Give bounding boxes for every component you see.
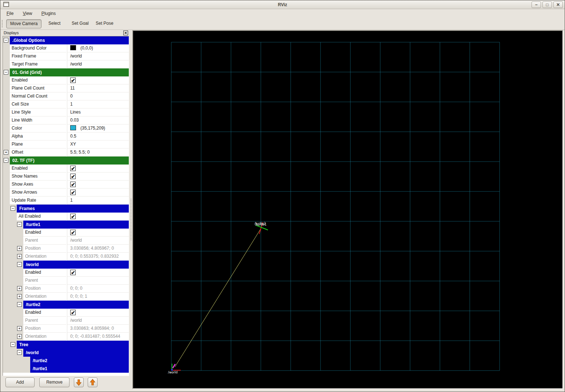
property-value[interactable] (67, 213, 129, 221)
checkbox-checked-icon[interactable] (70, 214, 76, 219)
tree-indent (3, 173, 10, 181)
checkbox-checked-icon[interactable] (70, 310, 76, 315)
tree-row-normal-cell-count: Normal Cell Count0 (3, 92, 129, 100)
collapse-icon[interactable]: − (17, 262, 22, 267)
property-value[interactable]: 0 (67, 92, 129, 100)
tree-header-bar[interactable]: 02. TF (TF) (10, 157, 129, 165)
property-value[interactable] (67, 269, 129, 277)
checkbox-checked-icon[interactable] (70, 182, 76, 187)
property-value[interactable]: /world (67, 60, 129, 68)
collapse-icon[interactable]: − (11, 342, 15, 347)
tree-header-bar[interactable]: /world (23, 261, 129, 269)
tree-row-line-style: Line StyleLines (3, 108, 129, 116)
menu-plugins[interactable]: Plugins (40, 9, 57, 17)
property-value[interactable]: /world (67, 52, 129, 60)
render-viewport[interactable]: /world /turtle2 /turtle1 (132, 30, 563, 389)
collapse-icon[interactable]: − (4, 38, 8, 43)
property-value[interactable]: 5.5; 5.5; 0 (67, 149, 129, 157)
expand-icon[interactable]: + (17, 334, 22, 339)
tree-row-update-rate: Update Rate1 (3, 197, 129, 205)
tree-indent (3, 124, 10, 132)
tree-header-bar[interactable]: /turtle2 (23, 301, 129, 309)
expand-icon[interactable]: + (17, 286, 22, 291)
add-button[interactable]: Add (5, 377, 35, 387)
tree-indent (3, 84, 10, 92)
tree-row-offset: +Offset5.5; 5.5; 0 (3, 149, 129, 157)
tool-set-goal[interactable]: Set Goal (68, 19, 92, 28)
grid (171, 42, 500, 371)
property-value[interactable]: 0.5 (67, 132, 129, 140)
collapse-icon[interactable]: − (17, 350, 22, 355)
tree-header-bar[interactable]: Frames (17, 205, 129, 213)
property-label: Orientation (23, 293, 66, 301)
property-label: Enabled (10, 165, 66, 173)
property-value[interactable] (67, 309, 129, 317)
property-value[interactable]: XY (67, 140, 129, 149)
expand-icon[interactable]: + (17, 254, 22, 259)
tree-header-turtle1: /turtle1 (3, 365, 129, 373)
tree-row-plane: PlaneXY (3, 140, 129, 149)
checkbox-checked-icon[interactable] (70, 230, 76, 235)
tree-header-bar[interactable]: /world (23, 349, 129, 357)
tree-header-bar[interactable]: /turtle2 (30, 357, 129, 365)
property-value[interactable]: 0.03 (67, 116, 129, 124)
checkbox-checked-icon[interactable] (70, 78, 76, 83)
panel-close-icon[interactable]: ✕ (123, 31, 128, 35)
collapse-icon[interactable]: − (4, 70, 8, 75)
property-value[interactable] (67, 173, 129, 181)
title-bar[interactable]: RViz − □ ✕ (0, 0, 565, 9)
tool-set-pose[interactable]: Set Pose (92, 19, 117, 28)
property-value: 3.030863; 4.805984; 0 (67, 325, 129, 333)
move-up-button[interactable] (88, 377, 98, 387)
color-swatch[interactable] (70, 125, 76, 130)
expand-icon[interactable]: + (4, 150, 8, 155)
tool-select[interactable]: Select (45, 19, 64, 28)
property-value[interactable] (67, 181, 129, 189)
collapse-icon[interactable]: − (11, 206, 15, 211)
tool-move-camera[interactable]: Move Camera (6, 19, 41, 28)
tree-header-bar[interactable]: /turtle1 (23, 221, 129, 229)
color-swatch[interactable] (70, 45, 76, 50)
tree-row-parent: Parent/world (3, 317, 129, 325)
property-value[interactable] (67, 165, 129, 173)
tree-header-bar[interactable]: .Global Options (10, 36, 129, 44)
property-value[interactable]: (35,175,209) (67, 124, 129, 132)
property-value[interactable]: (0,0,0) (67, 44, 129, 52)
displays-panel-title: Displays (4, 31, 19, 35)
property-value[interactable]: 11 (67, 84, 129, 92)
property-value[interactable] (67, 229, 129, 237)
tree-header-tree: −Tree (3, 341, 129, 349)
tree-header-bar[interactable]: 01. Grid (Grid) (10, 68, 129, 76)
menu-view[interactable]: View (21, 9, 34, 17)
collapse-icon[interactable]: − (17, 222, 22, 227)
property-label: All Enabled (17, 213, 66, 221)
move-down-button[interactable] (74, 377, 84, 387)
property-value[interactable] (67, 76, 129, 84)
checkbox-checked-icon[interactable] (70, 166, 76, 171)
tree-header-bar[interactable]: /turtle1 (30, 365, 129, 373)
checkbox-checked-icon[interactable] (70, 270, 76, 275)
property-value[interactable]: Lines (67, 108, 129, 116)
property-label: Line Style (10, 108, 66, 116)
property-label: Orientation (23, 333, 66, 341)
tree-header-bar[interactable]: Tree (17, 341, 129, 349)
checkbox-checked-icon[interactable] (70, 174, 76, 179)
tree-row-enabled: Enabled (3, 269, 129, 277)
collapse-icon[interactable]: − (17, 302, 22, 307)
close-button[interactable]: ✕ (553, 1, 563, 8)
maximize-button[interactable]: □ (542, 1, 552, 8)
menu-file[interactable]: File (5, 9, 15, 17)
collapse-icon[interactable]: − (4, 158, 8, 163)
expand-icon[interactable]: + (17, 294, 22, 299)
toolbar-drag-handle-icon[interactable] (2, 20, 3, 28)
remove-button[interactable]: Remove (39, 377, 69, 387)
property-value[interactable]: 1 (67, 197, 129, 205)
expand-icon[interactable]: + (17, 326, 22, 331)
tree-row-enabled: Enabled (3, 229, 129, 237)
property-value[interactable] (67, 189, 129, 197)
checkbox-checked-icon[interactable] (70, 190, 76, 195)
property-value[interactable]: 1 (67, 100, 129, 108)
arrow-down-icon (74, 378, 83, 387)
minimize-button[interactable]: − (532, 1, 541, 8)
expand-icon[interactable]: + (17, 246, 22, 251)
